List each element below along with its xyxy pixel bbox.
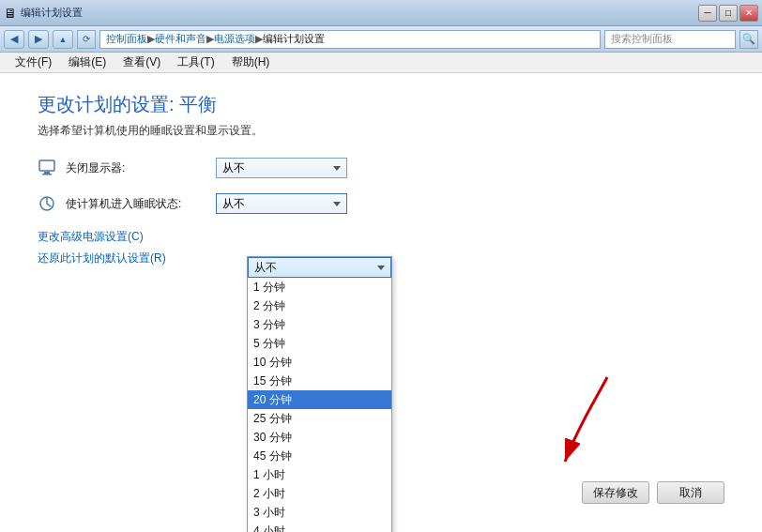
- page-subtitle: 选择希望计算机使用的睡眠设置和显示设置。: [38, 123, 724, 139]
- dropdown-option-1min[interactable]: 1 分钟: [248, 278, 391, 296]
- dropdown-header[interactable]: 从不: [248, 257, 391, 278]
- breadcrumb-current: 编辑计划设置: [263, 32, 325, 46]
- breadcrumb-sep3: ▶: [255, 33, 263, 45]
- dropdown-option-10min[interactable]: 10 分钟: [248, 353, 391, 372]
- breadcrumb-sep2: ▶: [206, 33, 214, 45]
- monitor-label: 关闭显示器:: [66, 160, 206, 176]
- dropdown-option-3min[interactable]: 3 分钟: [248, 315, 391, 334]
- breadcrumb-power[interactable]: 电源选项: [214, 32, 255, 46]
- button-row: 保存修改 取消: [582, 481, 724, 504]
- restore-button[interactable]: □: [719, 5, 738, 22]
- dropdown-option-1hr[interactable]: 1 小时: [248, 465, 391, 484]
- monitor-dropdown-arrow: [333, 166, 341, 171]
- dropdown-option-2min[interactable]: 2 分钟: [248, 296, 391, 315]
- search-box[interactable]: 搜索控制面板: [604, 30, 736, 49]
- minimize-button[interactable]: ─: [698, 5, 717, 22]
- dropdown-option-30min[interactable]: 30 分钟: [248, 428, 391, 447]
- menu-tools[interactable]: 工具(T): [170, 53, 221, 72]
- search-placeholder: 搜索控制面板: [611, 32, 673, 46]
- advanced-power-link[interactable]: 更改高级电源设置(C): [38, 229, 724, 245]
- dropdown-header-arrow: [377, 266, 385, 270]
- forward-button[interactable]: ▶: [28, 30, 49, 49]
- breadcrumb-controlpanel[interactable]: 控制面板: [106, 32, 147, 46]
- dropdown-option-3hr[interactable]: 3 小时: [248, 503, 391, 522]
- svg-rect-0: [39, 160, 54, 171]
- dropdown-option-25min[interactable]: 25 分钟: [248, 409, 391, 428]
- main-content: 更改计划的设置: 平衡 选择希望计算机使用的睡眠设置和显示设置。 关闭显示器: …: [0, 73, 762, 532]
- monitor-icon: [38, 159, 56, 177]
- svg-rect-1: [44, 172, 50, 174]
- title-bar-buttons: ─ □ ✕: [698, 5, 758, 22]
- sleep-dropdown-list: 从不 1 分钟 2 分钟 3 分钟 5 分钟 10 分钟 15 分钟 20 分钟…: [247, 256, 392, 532]
- menu-bar: 文件(F) 编辑(E) 查看(V) 工具(T) 帮助(H): [0, 53, 762, 73]
- refresh-button[interactable]: ⟳: [77, 30, 96, 49]
- dropdown-option-4hr[interactable]: 4 小时: [248, 522, 391, 532]
- sleep-dropdown-arrow: [333, 202, 341, 206]
- sleep-label: 使计算机进入睡眠状态:: [66, 196, 206, 212]
- sleep-icon: [38, 194, 56, 213]
- breadcrumb-sep1: ▶: [147, 33, 155, 45]
- dropdown-option-5min[interactable]: 5 分钟: [248, 334, 391, 353]
- svg-rect-2: [42, 174, 52, 175]
- back-button[interactable]: ◀: [4, 30, 24, 49]
- sleep-setting-row: 使计算机进入睡眠状态: 从不: [38, 193, 724, 214]
- menu-edit[interactable]: 编辑(E): [61, 53, 114, 72]
- search-button[interactable]: 🔍: [739, 30, 758, 49]
- address-path[interactable]: 控制面板 ▶ 硬件和声音 ▶ 电源选项 ▶ 编辑计划设置: [99, 30, 601, 49]
- close-button[interactable]: ✕: [739, 5, 758, 22]
- breadcrumb-hardware[interactable]: 硬件和声音: [155, 32, 206, 46]
- sleep-dropdown-value: 从不: [222, 196, 245, 212]
- cancel-button[interactable]: 取消: [657, 481, 724, 504]
- monitor-dropdown-value: 从不: [222, 160, 245, 176]
- menu-view[interactable]: 查看(V): [115, 53, 168, 72]
- title-bar-left: 🖥 编辑计划设置: [4, 6, 83, 21]
- title-bar: 🖥 编辑计划设置 ─ □ ✕: [0, 0, 762, 26]
- dropdown-option-45min[interactable]: 45 分钟: [248, 447, 391, 465]
- dropdown-option-15min[interactable]: 15 分钟: [248, 372, 391, 390]
- monitor-dropdown[interactable]: 从不: [216, 158, 347, 178]
- address-bar: ◀ ▶ ▲ ⟳ 控制面板 ▶ 硬件和声音 ▶ 电源选项 ▶ 编辑计划设置 搜索控…: [0, 26, 762, 53]
- dropdown-option-2hr[interactable]: 2 小时: [248, 484, 391, 503]
- dropdown-header-value: 从不: [254, 260, 277, 276]
- page-title: 更改计划的设置: 平衡: [38, 92, 724, 117]
- title-bar-title: 编辑计划设置: [21, 6, 83, 20]
- up-button[interactable]: ▲: [53, 30, 73, 49]
- sleep-dropdown[interactable]: 从不: [216, 193, 347, 214]
- arrow-annotation: [532, 368, 635, 480]
- dropdown-option-20min[interactable]: 20 分钟: [248, 390, 391, 409]
- monitor-setting-row: 关闭显示器: 从不: [38, 158, 724, 178]
- save-button[interactable]: 保存修改: [582, 481, 649, 504]
- menu-help[interactable]: 帮助(H): [224, 53, 278, 72]
- menu-file[interactable]: 文件(F): [8, 53, 59, 72]
